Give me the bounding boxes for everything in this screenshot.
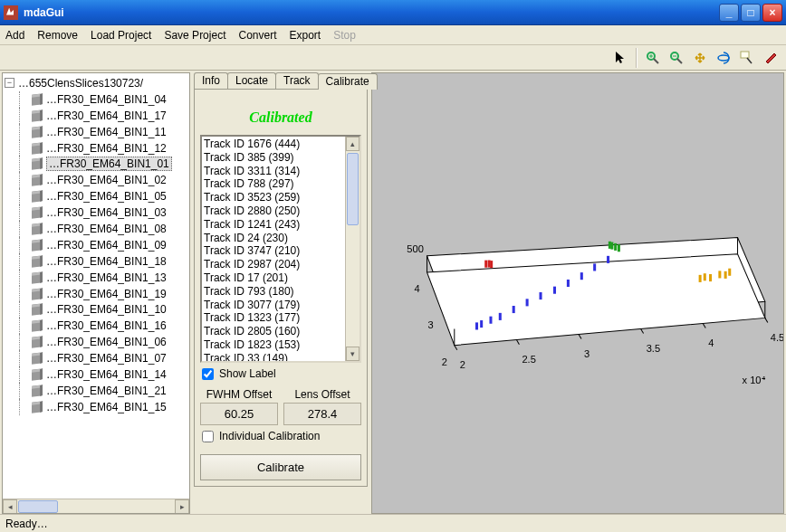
scroll-thumb[interactable] <box>18 500 58 513</box>
scroll-left-arrow[interactable]: ◂ <box>3 499 17 514</box>
tree-item[interactable]: …FR30_EM64_BIN1_15 <box>3 399 189 415</box>
tree-item[interactable]: …FR30_EM64_BIN1_05 <box>3 188 189 204</box>
scatter-point <box>513 306 515 313</box>
tree-root-label: …655ClensSlices130723/ <box>18 77 143 90</box>
track-list-item[interactable]: Track ID 1241 (243) <box>204 218 343 232</box>
lens-offset-label: Lens Offset <box>283 388 361 401</box>
track-list-item[interactable]: Track ID 24 (230) <box>204 232 343 245</box>
track-list-item[interactable]: Track ID 1823 (153) <box>204 338 343 352</box>
track-list-item[interactable]: Track ID 17 (201) <box>204 271 343 285</box>
tree-item[interactable]: …FR30_EM64_BIN1_06 <box>3 334 189 350</box>
track-list-item[interactable]: Track ID 2987 (204) <box>204 258 343 271</box>
track-list-item[interactable]: Track ID 3077 (179) <box>204 299 343 312</box>
tree-item[interactable]: …FR30_EM64_BIN1_07 <box>3 350 189 366</box>
y-tick-label: 2 <box>442 356 447 367</box>
x-tick-label: 4.5 <box>771 332 783 343</box>
menu-remove[interactable]: Remove <box>37 29 78 42</box>
tree-item-label: …FR30_EM64_BIN1_19 <box>46 288 167 300</box>
scroll-right-arrow[interactable]: ▸ <box>175 499 189 514</box>
tab-info[interactable]: Info <box>194 72 228 89</box>
plot-3d-axes[interactable]: 500 234 22.533.544.5 x 10⁴ <box>371 72 784 514</box>
tree-item[interactable]: …FR30_EM64_BIN1_03 <box>3 204 189 221</box>
z-tick-label: 500 <box>407 243 423 254</box>
tree-item[interactable]: …FR30_EM64_BIN1_17 <box>3 108 189 124</box>
track-list-item[interactable]: Track ID 3311 (314) <box>204 165 343 178</box>
cube-icon <box>32 255 43 267</box>
data-cursor-icon[interactable] <box>737 48 757 68</box>
track-list-item[interactable]: Track ID 788 (297) <box>204 177 343 191</box>
tree-item[interactable]: …FR30_EM64_BIN1_18 <box>3 253 189 270</box>
y-tick-label: 3 <box>428 319 434 330</box>
track-list-item[interactable]: Track ID 385 (399) <box>204 151 343 165</box>
fwhm-offset-value[interactable]: 60.25 <box>200 403 278 425</box>
tree-item[interactable]: …FR30_EM64_BIN1_13 <box>3 270 189 286</box>
tree-item[interactable]: …FR30_EM64_BIN1_09 <box>3 237 189 253</box>
rotate-3d-icon[interactable] <box>714 48 733 68</box>
tree-item[interactable]: …FR30_EM64_BIN1_14 <box>3 366 189 383</box>
tree-item-label: …FR30_EM64_BIN1_09 <box>46 239 167 252</box>
listbox-vertical-scrollbar[interactable]: ▴ ▾ <box>345 137 359 361</box>
tree-item-label: …FR30_EM64_BIN1_15 <box>46 401 167 413</box>
track-list-item[interactable]: Track ID 2805 (160) <box>204 325 343 338</box>
minimize-button[interactable]: _ <box>719 4 739 22</box>
menu-load-project[interactable]: Load Project <box>91 29 151 42</box>
zoom-out-icon[interactable] <box>666 48 686 68</box>
maximize-button[interactable]: □ <box>741 4 761 22</box>
scroll-thumb[interactable] <box>347 153 359 225</box>
cube-icon <box>32 304 43 316</box>
svg-line-19 <box>703 323 705 328</box>
svg-point-7 <box>718 55 729 61</box>
zoom-in-icon[interactable] <box>643 48 663 68</box>
track-listbox[interactable]: Track ID 1676 (444)Track ID 385 (399)Tra… <box>200 135 361 363</box>
individual-calibration-checkbox[interactable] <box>202 431 214 442</box>
x-exponent-label: x 10⁴ <box>743 375 766 385</box>
scatter-point <box>489 317 492 324</box>
tree-item[interactable]: …FR30_EM64_BIN1_10 <box>3 301 189 318</box>
pointer-icon[interactable] <box>610 48 630 68</box>
collapse-icon[interactable]: − <box>5 78 14 88</box>
menu-stop: Stop <box>333 29 356 42</box>
track-list-item[interactable]: Track ID 3747 (210) <box>204 244 343 258</box>
tab-track[interactable]: Track <box>275 72 319 89</box>
tree-item[interactable]: …FR30_EM64_BIN1_21 <box>3 383 189 399</box>
track-list-item[interactable]: Track ID 3523 (259) <box>204 191 343 204</box>
scatter-point <box>724 271 727 279</box>
track-list-item[interactable]: Track ID 793 (180) <box>204 285 343 299</box>
menu-convert[interactable]: Convert <box>238 29 276 42</box>
tree-item-label: …FR30_EM64_BIN1_13 <box>46 271 167 284</box>
scatter-point <box>567 280 570 287</box>
tree-item[interactable]: …FR30_EM64_BIN1_04 <box>3 91 189 108</box>
track-list-item[interactable]: Track ID 33 (149) <box>204 352 343 361</box>
tree-item[interactable]: …FR30_EM64_BIN1_08 <box>3 221 189 237</box>
calibrate-button[interactable]: Calibrate <box>200 454 361 480</box>
show-label-checkbox[interactable] <box>202 368 214 380</box>
brush-icon[interactable] <box>761 48 781 68</box>
tab-locate[interactable]: Locate <box>227 72 276 89</box>
menu-save-project[interactable]: Save Project <box>164 29 225 42</box>
scatter-point <box>593 263 596 271</box>
scroll-down-arrow[interactable]: ▾ <box>346 347 359 361</box>
svg-line-15 <box>455 346 457 350</box>
close-button[interactable]: × <box>762 4 782 22</box>
scroll-up-arrow[interactable]: ▴ <box>346 137 359 151</box>
tab-calibrate[interactable]: Calibrate <box>318 73 378 90</box>
tree-item[interactable]: …FR30_EM64_BIN1_01 <box>3 156 189 172</box>
menu-add[interactable]: Add <box>5 29 24 42</box>
track-list-item[interactable]: Track ID 1676 (444) <box>204 138 343 151</box>
cube-icon <box>32 142 43 154</box>
track-list-item[interactable]: Track ID 2880 (250) <box>204 204 343 218</box>
tree-item[interactable]: …FR30_EM64_BIN1_02 <box>3 172 189 188</box>
tree-item[interactable]: …FR30_EM64_BIN1_19 <box>3 286 189 302</box>
lens-offset-value[interactable]: 278.4 <box>283 403 361 425</box>
tree-root[interactable]: −…655ClensSlices130723/ <box>3 75 189 91</box>
track-list-item[interactable]: Track ID 1323 (177) <box>204 311 343 325</box>
scatter-point <box>718 271 721 278</box>
pan-icon[interactable] <box>690 48 710 68</box>
tree-item[interactable]: …FR30_EM64_BIN1_11 <box>3 124 189 140</box>
tree-item[interactable]: …FR30_EM64_BIN1_16 <box>3 318 189 334</box>
menu-export[interactable]: Export <box>290 29 321 42</box>
tree-item-label: …FR30_EM64_BIN1_02 <box>46 174 167 186</box>
tree-horizontal-scrollbar[interactable]: ◂ ▸ <box>3 499 189 513</box>
tree-item[interactable]: …FR30_EM64_BIN1_12 <box>3 140 189 157</box>
scatter-point <box>526 299 529 306</box>
